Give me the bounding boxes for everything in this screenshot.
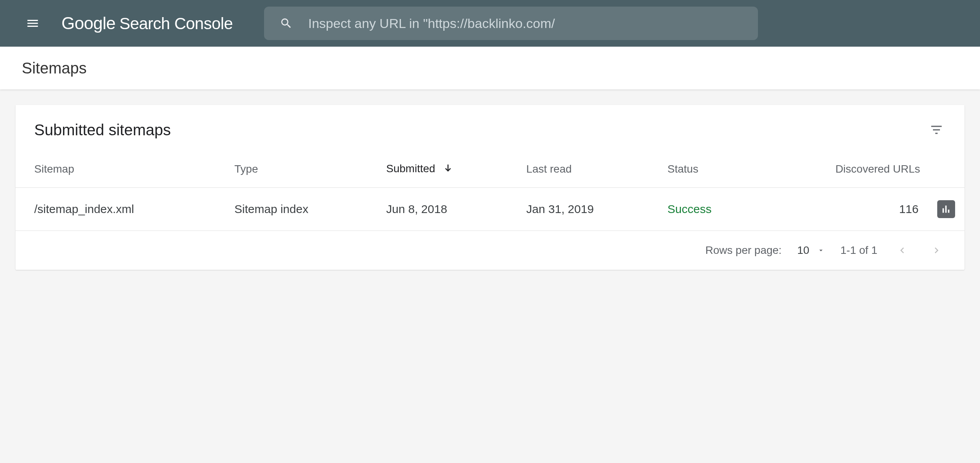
chevron-left-icon [896, 245, 908, 256]
cell-type: Sitemap index [225, 188, 377, 231]
filter-icon [929, 123, 943, 137]
col-discovered[interactable]: Discovered URLs [761, 147, 928, 188]
cell-submitted: Jun 8, 2018 [377, 188, 517, 231]
chevron-right-icon [931, 245, 942, 256]
menu-button[interactable] [23, 14, 42, 33]
filter-button[interactable] [927, 121, 946, 139]
page-title: Sitemaps [22, 59, 87, 77]
search-icon [280, 16, 293, 30]
page-title-bar: Sitemaps [0, 47, 980, 89]
bar-chart-icon [941, 204, 952, 215]
col-submitted-label: Submitted [386, 162, 435, 175]
col-actions [928, 147, 964, 188]
rows-per-page-value: 10 [797, 244, 809, 257]
sitemaps-table: Sitemap Type Submitted Last read Status … [16, 147, 964, 231]
url-inspect-input[interactable] [308, 16, 742, 31]
table-row[interactable]: /sitemap_index.xml Sitemap index Jun 8, … [16, 188, 964, 231]
sort-desc-icon [443, 163, 453, 176]
col-last-read[interactable]: Last read [517, 147, 658, 188]
cell-last-read: Jan 31, 2019 [517, 188, 658, 231]
rows-per-page-label: Rows per page: [705, 244, 782, 257]
submitted-sitemaps-card: Submitted sitemaps Sitemap Type Submitte… [16, 105, 964, 270]
col-type[interactable]: Type [225, 147, 377, 188]
view-coverage-button[interactable] [937, 200, 955, 218]
cell-sitemap: /sitemap_index.xml [16, 188, 225, 231]
rows-per-page-select[interactable]: 10 [797, 244, 825, 257]
col-status[interactable]: Status [658, 147, 761, 188]
card-header: Submitted sitemaps [16, 105, 964, 147]
app-header: Google Search Console [0, 0, 980, 47]
app-logo: Google Search Console [61, 14, 233, 33]
url-inspect-search[interactable] [264, 7, 758, 40]
dropdown-icon [817, 246, 825, 254]
logo-product: Search Console [119, 14, 233, 33]
pagination-range: 1-1 of 1 [840, 244, 877, 257]
pagination-bar: Rows per page: 10 1-1 of 1 [16, 231, 964, 270]
hamburger-icon [26, 16, 40, 30]
col-sitemap[interactable]: Sitemap [16, 147, 225, 188]
card-title: Submitted sitemaps [34, 121, 171, 139]
col-submitted[interactable]: Submitted [377, 147, 517, 188]
logo-google: Google [61, 14, 116, 33]
prev-page-button[interactable] [893, 241, 912, 260]
next-page-button[interactable] [927, 241, 946, 260]
cell-status: Success [658, 188, 761, 231]
cell-discovered: 116 [761, 188, 928, 231]
